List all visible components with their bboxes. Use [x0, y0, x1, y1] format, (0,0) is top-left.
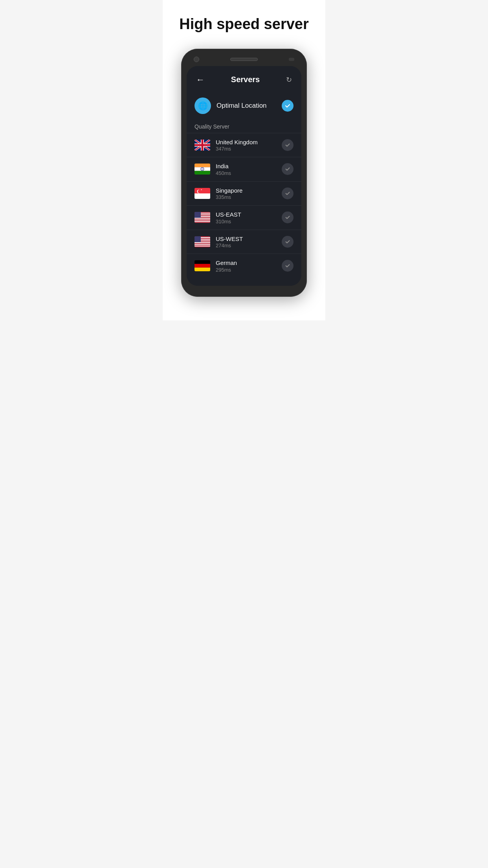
- server-name-singapore: Singapore: [216, 187, 282, 195]
- phone-screen: ← Servers ↻ 🌐 Optimal Location Quality S…: [187, 66, 301, 286]
- screen-title: Servers: [231, 75, 260, 84]
- phone-sensor: [289, 58, 294, 61]
- check-uk: [282, 139, 294, 151]
- back-button[interactable]: ←: [194, 73, 206, 86]
- check-us-west: [282, 236, 294, 248]
- svg-point-17: [198, 189, 202, 193]
- server-name-uk: United Kingdom: [216, 138, 282, 146]
- optimal-icon: 🌐: [194, 97, 211, 114]
- server-row-us-west[interactable]: US-WEST 274ms: [187, 230, 301, 254]
- server-row-india[interactable]: India 450ms: [187, 157, 301, 181]
- phone-camera: [194, 57, 199, 62]
- server-row-german[interactable]: German 295ms: [187, 254, 301, 278]
- quality-server-section: Quality Server: [187, 120, 301, 133]
- server-info-uk: United Kingdom 347ms: [216, 138, 282, 152]
- svg-rect-25: [194, 221, 210, 222]
- server-info-us-west: US-WEST 274ms: [216, 235, 282, 249]
- svg-rect-37: [194, 268, 210, 271]
- svg-rect-35: [194, 260, 210, 264]
- flag-india: [194, 164, 210, 175]
- flag-us-west: [194, 236, 210, 247]
- server-row-us-east[interactable]: US-EAST 310ms: [187, 205, 301, 230]
- server-info-singapore: Singapore 335ms: [216, 187, 282, 200]
- svg-rect-36: [194, 264, 210, 268]
- check-us-east: [282, 211, 294, 223]
- check-german: [282, 260, 294, 272]
- svg-rect-34: [194, 236, 201, 242]
- svg-rect-11: [194, 171, 210, 175]
- flag-us-east: [194, 212, 210, 223]
- svg-point-13: [202, 169, 203, 169]
- server-latency-uk: 347ms: [216, 146, 282, 152]
- phone-top-bar: [187, 54, 301, 66]
- check-india: [282, 163, 294, 175]
- server-latency-us-east: 310ms: [216, 219, 282, 224]
- server-latency-singapore: 335ms: [216, 194, 282, 200]
- svg-rect-15: [194, 193, 210, 199]
- phone-bottom: [187, 286, 301, 291]
- flag-uk: [194, 140, 210, 151]
- server-name-us-west: US-WEST: [216, 235, 282, 243]
- server-info-india: India 450ms: [216, 162, 282, 176]
- flag-singapore: [194, 188, 210, 199]
- server-info-us-east: US-EAST 310ms: [216, 211, 282, 224]
- svg-rect-31: [194, 242, 210, 243]
- server-latency-india: 450ms: [216, 170, 282, 176]
- phone-speaker: [230, 58, 258, 61]
- flag-germany: [194, 260, 210, 271]
- optimal-label: Optimal Location: [216, 102, 282, 110]
- server-row-singapore[interactable]: Singapore 335ms: [187, 181, 301, 206]
- page-wrapper: High speed server ← Servers ↻ 🌐 Optimal …: [163, 0, 325, 320]
- refresh-button[interactable]: ↻: [284, 74, 294, 86]
- svg-rect-23: [194, 218, 210, 219]
- svg-rect-26: [194, 212, 201, 218]
- server-name-us-east: US-EAST: [216, 211, 282, 219]
- app-header: ← Servers ↻: [187, 66, 301, 92]
- server-info-german: German 295ms: [216, 259, 282, 273]
- server-name-german: German: [216, 259, 282, 267]
- svg-rect-32: [194, 244, 210, 245]
- svg-rect-24: [194, 220, 210, 221]
- server-latency-german: 295ms: [216, 267, 282, 273]
- server-latency-us-west: 274ms: [216, 243, 282, 248]
- svg-rect-33: [194, 246, 210, 246]
- server-name-india: India: [216, 162, 282, 170]
- optimal-location-row[interactable]: 🌐 Optimal Location: [187, 92, 301, 120]
- svg-rect-14: [194, 188, 210, 193]
- phone-shell: ← Servers ↻ 🌐 Optimal Location Quality S…: [181, 49, 307, 297]
- svg-rect-9: [194, 164, 210, 167]
- check-singapore: [282, 188, 294, 199]
- optimal-check-active: [282, 100, 294, 112]
- svg-rect-8: [194, 144, 210, 146]
- server-row-uk[interactable]: United Kingdom 347ms: [187, 133, 301, 157]
- headline: High speed server: [167, 16, 320, 33]
